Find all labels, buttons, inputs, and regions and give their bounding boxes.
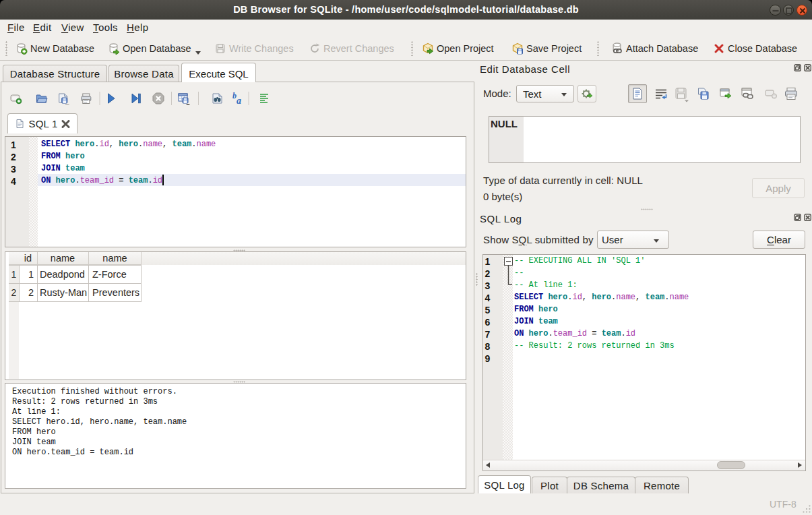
svg-text:a: a	[237, 96, 241, 105]
